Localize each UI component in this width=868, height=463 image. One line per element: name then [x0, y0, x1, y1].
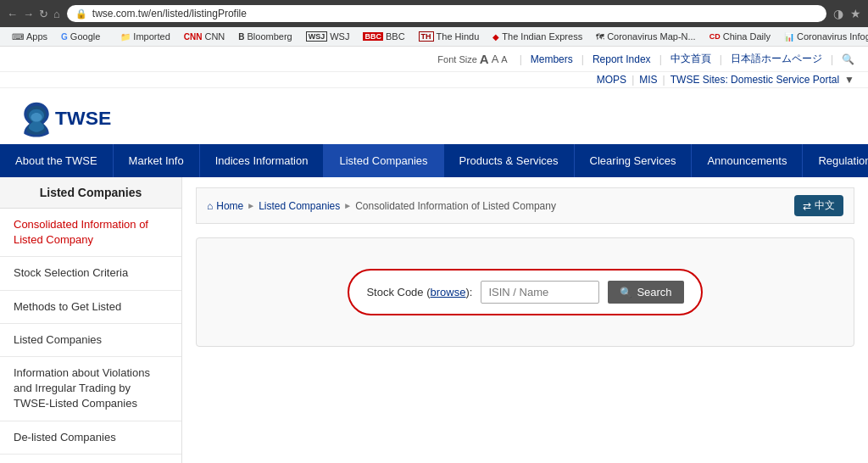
search-btn-icon: 🔍 — [620, 287, 632, 298]
browser-chrome: ← → ↻ ⌂ 🔒 twse.com.tw/en/listed/listingP… — [0, 0, 868, 27]
browser-action-icons: ◑ ★ — [833, 7, 861, 20]
nav-indices[interactable]: Indices Information — [200, 144, 325, 177]
bookmark-indianexpress[interactable]: ◆ The Indian Express — [487, 30, 587, 43]
mis-link[interactable]: MIS — [639, 74, 657, 86]
breadcrumb-current: Consolidated Information of Listed Compa… — [355, 200, 556, 212]
reload-icon[interactable]: ↻ — [39, 8, 48, 20]
coronainfogra-icon: 📊 — [784, 32, 794, 42]
logo-area[interactable]: TWSE — [14, 95, 166, 137]
site-header: TWSE — [0, 88, 868, 144]
main-content: ⌂ Home ► Listed Companies ► Consolidated… — [182, 177, 868, 463]
bookmark-apps[interactable]: ⌨ Apps — [7, 30, 53, 43]
bookmark-indianexpress-label: The Indian Express — [502, 31, 582, 42]
sidebar-item-listed-companies[interactable]: Listed Companies — [0, 324, 181, 357]
bookmark-bloomberg-label: Bloomberg — [248, 31, 292, 42]
svg-text:TWSE: TWSE — [55, 107, 111, 129]
font-size-medium[interactable]: A — [492, 53, 499, 65]
bookmark-imported[interactable]: 📁 Imported — [115, 30, 175, 43]
google-icon: G — [61, 32, 68, 42]
cnn-icon: CNN — [184, 32, 203, 42]
bloomberg-icon: B — [238, 32, 244, 42]
divider-6: | — [632, 74, 634, 86]
breadcrumb-home[interactable]: Home — [216, 200, 243, 212]
bookmark-google[interactable]: G Google — [56, 30, 105, 43]
bookmark-imported-label: Imported — [133, 31, 170, 42]
members-link[interactable]: Members — [531, 53, 573, 65]
nav-listed[interactable]: Listed Companies — [324, 144, 443, 177]
site-second-bar: MOPS | MIS | TWSE Sites: Domestic Servic… — [0, 72, 868, 88]
lang-switch-btn[interactable]: ⇄ 中文 — [794, 195, 843, 216]
sidebar-title: Listed Companies — [0, 177, 181, 209]
url-text: twse.com.tw/en/listed/listingProfile — [92, 8, 247, 20]
sites-label[interactable]: TWSE Sites: Domestic Service Portal — [670, 74, 839, 86]
breadcrumb-listed-companies[interactable]: Listed Companies — [259, 200, 340, 212]
bookmarks-bar: ⌨ Apps G Google 📁 Imported CNN CNN B Blo… — [0, 27, 868, 47]
divider-3: | — [659, 53, 662, 65]
browse-link[interactable]: browse — [431, 286, 466, 298]
lang-icon: ⇄ — [803, 200, 811, 212]
font-size-large[interactable]: A — [480, 52, 489, 66]
extensions-icon[interactable]: ◑ — [833, 7, 843, 20]
search-oval: Stock Code (browse): 🔍 Search — [348, 269, 702, 315]
sidebar-item-foreign-issuers[interactable]: Listing in Taiwan by Foreign Issuers — [0, 455, 181, 463]
stock-code-label: Stock Code (browse): — [366, 286, 472, 298]
chinadaily-icon: CD — [709, 32, 721, 41]
font-size-label: Font Size — [437, 54, 476, 64]
thehindu-icon: TH — [419, 31, 434, 42]
bookmark-cnn[interactable]: CNN CNN — [179, 30, 231, 43]
font-size-controls: Font Size A A A — [437, 52, 507, 66]
sites-dropdown-icon: ▼ — [844, 74, 854, 86]
sidebar-item-methods[interactable]: Methods to Get Listed — [0, 291, 181, 324]
report-index-link[interactable]: Report Index — [593, 53, 651, 65]
bookmark-bloomberg[interactable]: B Bloomberg — [233, 30, 297, 43]
divider-2: | — [581, 53, 584, 65]
bookmark-chinadaily-label: China Daily — [723, 31, 771, 42]
bookmark-chinadaily[interactable]: CD China Daily — [704, 30, 776, 43]
nav-market[interactable]: Market Info — [114, 144, 200, 177]
nav-regulations[interactable]: Regulations — [803, 144, 868, 177]
sidebar-item-stock-selection[interactable]: Stock Selection Criteria — [0, 257, 181, 290]
lang-label: 中文 — [815, 198, 835, 213]
bookmark-bbc-label: BBC — [386, 31, 405, 42]
nav-announcements[interactable]: Announcements — [692, 144, 803, 177]
bookmark-bbc[interactable]: BBC BBC — [358, 30, 409, 43]
wsj-icon: WSJ — [306, 31, 328, 42]
search-btn-label: Search — [637, 286, 671, 298]
search-icon-top[interactable]: 🔍 — [842, 53, 854, 65]
home-icon[interactable]: ⌂ — [53, 8, 60, 20]
nav-clearing[interactable]: Clearing Services — [575, 144, 693, 177]
font-size-small[interactable]: A — [501, 54, 507, 64]
nav-products[interactable]: Products & Services — [444, 144, 575, 177]
bookmark-coronainfogra-label: Coronavirus Infogra... — [797, 31, 868, 42]
bookmark-coronamap[interactable]: 🗺 Coronavirus Map-N... — [591, 30, 701, 43]
bookmark-thehindu[interactable]: TH The Hindu — [414, 30, 485, 43]
chinese-link[interactable]: 中文首頁 — [670, 52, 711, 66]
sidebar-item-violations[interactable]: Information about Violations and Irregul… — [0, 357, 181, 421]
search-button[interactable]: 🔍 Search — [608, 281, 683, 304]
stock-code-input[interactable] — [481, 281, 599, 304]
bookmark-icon[interactable]: ★ — [850, 7, 861, 20]
mops-link[interactable]: MOPS — [597, 74, 626, 86]
back-icon[interactable]: ← — [7, 8, 18, 20]
browser-nav-icons: ← → ↻ ⌂ — [7, 8, 60, 20]
divider-1: | — [520, 53, 522, 65]
bookmark-wsj[interactable]: WSJ WSJ — [301, 30, 355, 43]
japanese-link[interactable]: 日本語ホームページ — [731, 52, 822, 66]
sidebar-item-delisted[interactable]: De-listed Companies — [0, 421, 181, 455]
twse-logo: TWSE — [14, 95, 166, 137]
address-bar[interactable]: 🔒 twse.com.tw/en/listed/listingProfile — [67, 5, 826, 22]
bookmark-coronainfogra[interactable]: 📊 Coronavirus Infogra... — [779, 30, 868, 43]
main-nav: About the TWSE Market Info Indices Infor… — [0, 144, 868, 177]
nav-about[interactable]: About the TWSE — [0, 144, 114, 177]
forward-icon[interactable]: → — [23, 8, 34, 20]
bookmark-thehindu-label: The Hindu — [437, 31, 480, 42]
indianexpress-icon: ◆ — [492, 32, 499, 42]
breadcrumb: ⌂ Home ► Listed Companies ► Consolidated… — [196, 187, 854, 224]
sidebar-item-consolidated[interactable]: Consolidated Information of Listed Compa… — [0, 209, 181, 257]
breadcrumb-sep-1: ► — [247, 201, 255, 210]
apps-icon: ⌨ — [12, 32, 24, 42]
bbc-icon: BBC — [363, 32, 383, 41]
bookmark-cnn-label: CNN — [204, 31, 225, 42]
home-icon-breadcrumb: ⌂ — [207, 200, 213, 212]
divider-5: | — [831, 53, 833, 65]
